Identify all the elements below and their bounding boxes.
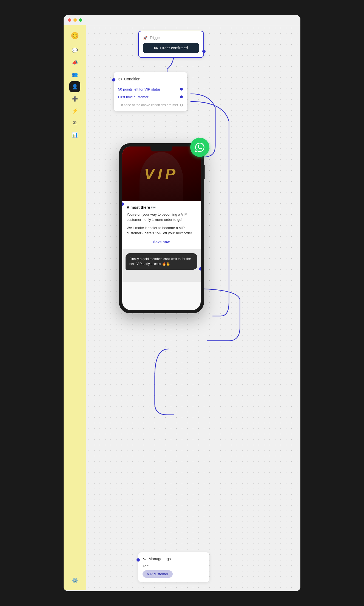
sidebar-item-add[interactable]: ➕ <box>69 93 80 104</box>
shop-icon: 🛍 <box>72 120 77 126</box>
condition-icon: ⚙ <box>118 77 122 82</box>
manage-tags-header: 🏷 Manage tags <box>143 557 205 561</box>
message-text-2: We'll make it easier to become a VIP cus… <box>127 225 196 236</box>
condition-input-dot <box>112 78 115 81</box>
condition-dot-2 <box>180 95 183 98</box>
vip-image: VIP <box>122 146 201 201</box>
message-bubble: Almost there 👀 You're on your way to bec… <box>122 201 201 249</box>
analytics-icon: 📊 <box>72 132 78 138</box>
phone-notch <box>150 146 172 151</box>
dot-green[interactable] <box>79 18 82 22</box>
main-content: 🚀 Trigger 🛍 Order confirmed ⚙ Condition <box>86 25 300 590</box>
condition-fallback: If none of the above conditions are met <box>118 101 183 107</box>
sidebar: 😊 💬 📣 👥 👤 ➕ ⚡ 🛍 📊 <box>64 25 86 590</box>
sidebar-item-analytics[interactable]: 📊 <box>69 129 80 140</box>
condition-item-2-text: First time customer <box>118 95 149 99</box>
logo-icon: 😊 <box>71 32 79 40</box>
condition-dot-1 <box>180 88 183 91</box>
broadcast-icon: 📣 <box>72 60 78 66</box>
profile-icon: 👤 <box>72 84 78 90</box>
browser-window: 😊 💬 📣 👥 👤 ➕ ⚡ 🛍 📊 <box>64 15 300 591</box>
whatsapp-icon <box>194 142 205 153</box>
condition-item-2: First time customer <box>118 93 183 101</box>
condition-fallback-dot <box>180 104 183 106</box>
whatsapp-badge <box>190 138 209 157</box>
sidebar-item-broadcast[interactable]: 📣 <box>69 57 80 68</box>
trigger-btn-icon: 🛍 <box>154 46 158 50</box>
condition-item-1-text: 50 points left for VIP status <box>118 87 161 91</box>
manage-tags-label: Manage tags <box>149 557 171 561</box>
phone-mockup: VIP Almost there 👀 You're on your way to… <box>119 143 204 313</box>
reply-section: Finally a gold member, can't wait to for… <box>122 249 201 282</box>
browser-titlebar <box>64 15 300 25</box>
condition-header: ⚙ Condition <box>118 77 183 82</box>
sidebar-item-automation[interactable]: ⚡ <box>69 105 80 116</box>
contacts-icon: 👥 <box>72 72 78 78</box>
dot-red[interactable] <box>68 18 71 22</box>
condition-card: ⚙ Condition 50 points left for VIP statu… <box>113 72 187 112</box>
manage-tags-input-dot <box>136 558 140 562</box>
sidebar-item-shop[interactable]: 🛍 <box>69 117 80 128</box>
add-icon: ➕ <box>72 96 78 102</box>
settings-icon: ⚙️ <box>72 577 78 584</box>
sidebar-logo: 😊 <box>69 30 81 42</box>
automation-icon: ⚡ <box>72 108 78 114</box>
condition-item-1: 50 points left for VIP status <box>118 86 183 93</box>
chat-icon: 💬 <box>72 47 78 53</box>
vip-tag-chip[interactable]: VIP customer <box>143 570 173 578</box>
sidebar-bottom: ⚙️ <box>69 575 80 586</box>
condition-label: Condition <box>124 77 140 81</box>
trigger-output-dot <box>202 50 206 53</box>
save-now-output-dot <box>199 267 201 270</box>
reply-bubble: Finally a gold member, can't wait to for… <box>126 253 197 270</box>
trigger-btn-label: Order confirmed <box>160 46 188 50</box>
message-text-1: You're on your way to becoming a VIP cus… <box>127 212 196 222</box>
sidebar-item-profile[interactable]: 👤 <box>69 81 80 92</box>
add-label: Add: <box>143 564 205 568</box>
phone-side-button <box>204 165 205 179</box>
sidebar-item-contacts[interactable]: 👥 <box>69 69 80 80</box>
trigger-label: Trigger <box>150 36 161 40</box>
trigger-button[interactable]: 🛍 Order confirmed <box>143 43 199 53</box>
almost-there-text: Almost there 👀 <box>127 205 196 210</box>
condition-fallback-text: If none of the above conditions are met <box>121 103 178 107</box>
dot-yellow[interactable] <box>73 18 77 22</box>
sidebar-item-chat[interactable]: 💬 <box>69 45 80 56</box>
sidebar-item-settings[interactable]: ⚙️ <box>69 575 80 586</box>
phone-outer: VIP Almost there 👀 You're on your way to… <box>119 143 204 313</box>
trigger-header: 🚀 Trigger <box>143 36 199 40</box>
vip-text: VIP <box>144 165 179 183</box>
phone-screen: VIP Almost there 👀 You're on your way to… <box>122 146 201 310</box>
phone-input-dot <box>122 202 124 206</box>
save-now-link[interactable]: Save now <box>127 239 196 245</box>
manage-tags-card: 🏷 Manage tags Add: VIP customer <box>138 552 209 582</box>
manage-tags-icon: 🏷 <box>143 557 146 561</box>
trigger-rocket-icon: 🚀 <box>143 36 147 40</box>
trigger-card: 🚀 Trigger 🛍 Order confirmed <box>138 31 204 58</box>
browser-content: 😊 💬 📣 👥 👤 ➕ ⚡ 🛍 📊 <box>64 25 300 590</box>
